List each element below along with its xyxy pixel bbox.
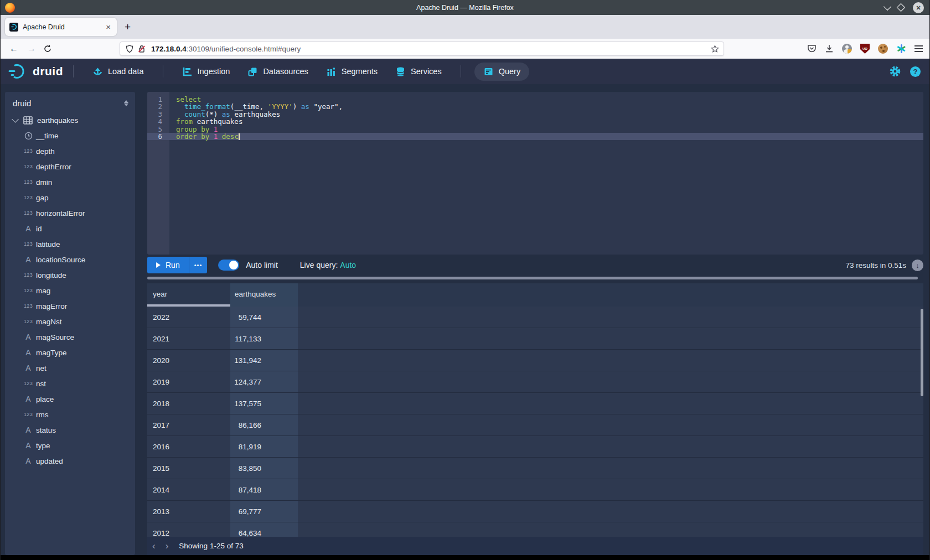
table-row[interactable]: 201583,850 — [147, 458, 923, 479]
cell-earthquakes[interactable]: 87,418 — [230, 479, 298, 500]
bookmark-star-icon[interactable] — [711, 45, 719, 53]
editor-line-6[interactable]: 6order by 1 desc — [147, 133, 923, 140]
download-results-icon[interactable]: ↓ — [912, 260, 923, 271]
prev-page-icon[interactable]: ‹ — [147, 537, 161, 555]
sidebar-column-net[interactable]: Anet — [5, 360, 135, 376]
tab-close-icon[interactable]: × — [104, 22, 112, 32]
cell-year[interactable]: 2018 — [147, 393, 230, 414]
table-row[interactable]: 201786,166 — [147, 414, 923, 436]
table-row[interactable]: 2020131,942 — [147, 350, 923, 371]
auto-limit-toggle[interactable] — [218, 260, 239, 271]
vertical-scrollbar-thumb[interactable] — [921, 309, 923, 396]
tab-apache-druid[interactable]: Apache Druid × — [5, 18, 117, 36]
sparkle-extension-icon[interactable] — [896, 44, 906, 54]
editor-line-4[interactable]: 4from earthquakes — [147, 118, 923, 125]
reload-button[interactable] — [44, 45, 51, 53]
menu-icon[interactable] — [914, 45, 923, 51]
column-header-earthquakes[interactable]: earthquakes — [230, 283, 298, 307]
sidebar-column-magError[interactable]: 123magError — [5, 298, 135, 314]
cell-earthquakes[interactable]: 81,919 — [230, 436, 298, 457]
ublock-origin-icon[interactable]: UO — [860, 44, 870, 54]
sidebar-column-latitude[interactable]: 123latitude — [5, 236, 135, 252]
cell-earthquakes[interactable]: 86,166 — [230, 414, 298, 435]
sidebar-column-depth[interactable]: 123depth — [5, 143, 135, 159]
cell-year[interactable]: 2016 — [147, 436, 230, 457]
table-row[interactable]: 201681,919 — [147, 436, 923, 458]
live-query-control[interactable]: Live query:Auto — [300, 261, 356, 269]
chevron-down-icon[interactable] — [12, 116, 19, 123]
downloads-icon[interactable] — [825, 44, 834, 53]
cell-year[interactable]: 2015 — [147, 458, 230, 479]
cell-year[interactable]: 2014 — [147, 479, 230, 500]
table-row[interactable]: 2021117,133 — [147, 328, 923, 350]
editor-line-2[interactable]: 2 time_format(__time, 'YYYY') as "year", — [147, 103, 923, 110]
editor-line-5[interactable]: 5group by 1 — [147, 126, 923, 133]
nav-item-segments[interactable]: Segments — [326, 66, 378, 77]
cell-earthquakes[interactable]: 83,850 — [230, 458, 298, 479]
nav-item-query[interactable]: Query — [474, 63, 530, 81]
sidebar-column-locationSource[interactable]: AlocationSource — [5, 252, 135, 267]
nav-item-datasources[interactable]: Datasources — [247, 66, 308, 77]
back-button[interactable]: ← — [9, 44, 18, 54]
sidebar-column-depthError[interactable]: 123depthError — [5, 159, 135, 174]
sidebar-column-nst[interactable]: 123nst — [5, 376, 135, 391]
table-row[interactable]: 201487,418 — [147, 479, 923, 501]
druid-logo[interactable]: druid — [8, 63, 63, 80]
sidebar-column-id[interactable]: Aid — [5, 221, 135, 236]
nav-item-load-data[interactable]: Load data — [92, 66, 144, 77]
nav-item-services[interactable]: Services — [395, 66, 442, 77]
cell-earthquakes[interactable]: 131,942 — [230, 350, 298, 371]
cell-earthquakes[interactable]: 117,133 — [230, 328, 298, 349]
sidebar-column-longitude[interactable]: 123longitude — [5, 267, 135, 283]
cell-earthquakes[interactable]: 69,777 — [230, 501, 298, 522]
cell-year[interactable]: 2017 — [147, 414, 230, 435]
horizontal-scrollbar-thumb[interactable] — [147, 277, 918, 279]
cookie-extension-icon[interactable] — [878, 44, 888, 54]
sidebar-column-status[interactable]: Astatus — [5, 422, 135, 438]
table-row[interactable]: 2019124,377 — [147, 371, 923, 393]
sidebar-column-magType[interactable]: AmagType — [5, 345, 135, 360]
cell-year[interactable]: 2019 — [147, 371, 230, 392]
editor-line-1[interactable]: 1select — [147, 96, 923, 103]
new-tab-button[interactable]: + — [125, 21, 131, 33]
nav-item-ingestion[interactable]: Ingestion — [182, 66, 230, 77]
sidebar-column-magNst[interactable]: 123magNst — [5, 314, 135, 329]
sidebar-column-place[interactable]: Aplace — [5, 391, 135, 407]
pocket-icon[interactable] — [807, 44, 817, 54]
column-header-year[interactable]: year — [147, 283, 230, 307]
table-row[interactable]: 202259,744 — [147, 307, 923, 328]
double-caret-icon[interactable] — [124, 100, 128, 106]
sql-editor[interactable]: 1select2 time_format(__time, 'YYYY') as … — [147, 92, 923, 255]
sidebar-column-mag[interactable]: 123mag — [5, 283, 135, 298]
cell-earthquakes[interactable]: 59,744 — [230, 307, 298, 328]
cell-earthquakes[interactable]: 124,377 — [230, 371, 298, 392]
sidebar-column-type[interactable]: Atype — [5, 438, 135, 453]
next-page-icon[interactable]: › — [161, 537, 174, 555]
help-icon[interactable]: ? — [910, 66, 921, 77]
cell-year[interactable]: 2022 — [147, 307, 230, 328]
sidebar-column-dmin[interactable]: 123dmin — [5, 174, 135, 190]
run-button[interactable]: Run — [147, 261, 189, 269]
sidebar-column-magSource[interactable]: AmagSource — [5, 329, 135, 345]
run-more-button[interactable]: ••• — [189, 257, 208, 273]
settings-gear-icon[interactable] — [889, 65, 901, 77]
table-row[interactable]: 201264,634 — [147, 522, 923, 537]
url-bar[interactable]: 172.18.0.4:30109/unified-console.html#qu… — [120, 42, 724, 56]
window-maximize-icon[interactable] — [897, 3, 906, 12]
cell-year[interactable]: 2013 — [147, 501, 230, 522]
cell-year[interactable]: 2021 — [147, 328, 230, 349]
table-row[interactable]: 2018137,575 — [147, 393, 923, 414]
insecure-lock-icon[interactable] — [138, 45, 146, 53]
horizontal-scrollbar[interactable] — [147, 277, 923, 279]
sidebar-column-__time[interactable]: __time — [5, 128, 135, 143]
cell-earthquakes[interactable]: 137,575 — [230, 393, 298, 414]
url-text[interactable]: 172.18.0.4:30109/unified-console.html#qu… — [151, 45, 711, 53]
table-row[interactable]: 201369,777 — [147, 501, 923, 522]
editor-line-3[interactable]: 3 count(*) as earthquakes — [147, 111, 923, 118]
sidebar-column-updated[interactable]: Aupdated — [5, 453, 135, 469]
window-minimize-icon[interactable] — [884, 2, 891, 10]
sidebar-column-horizontalError[interactable]: 123horizontalError — [5, 205, 135, 221]
window-close-icon[interactable]: × — [913, 2, 924, 13]
cell-year[interactable]: 2012 — [147, 522, 230, 537]
tree-item-earthquakes[interactable]: earthquakes — [5, 112, 135, 128]
